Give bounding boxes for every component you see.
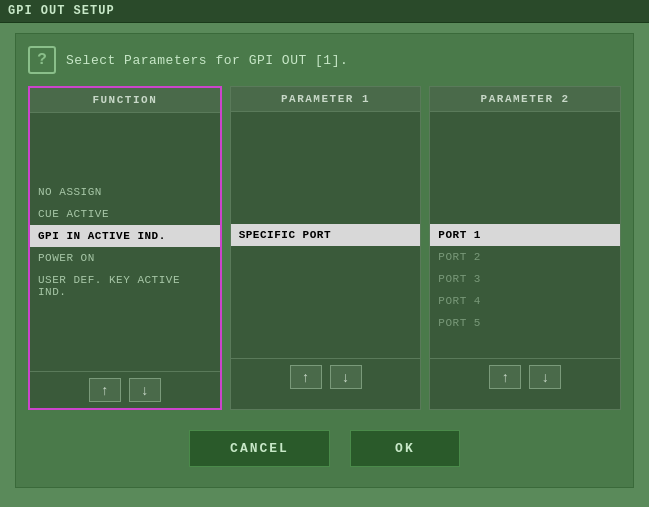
bottom-buttons: CANCEL OK — [28, 422, 621, 475]
title-text: GPI OUT SETUP — [8, 4, 115, 18]
list-item — [231, 136, 421, 158]
list-item[interactable]: PORT 3 — [430, 268, 620, 290]
scroll-up-function[interactable]: ↑ — [89, 378, 121, 402]
column-footer-function: ↑↓ — [30, 371, 220, 408]
scroll-down-parameter2[interactable]: ↓ — [529, 365, 561, 389]
scroll-up-parameter2[interactable]: ↑ — [489, 365, 521, 389]
column-header-function: FUNCTION — [30, 88, 220, 113]
question-icon: ? — [28, 46, 56, 74]
list-item — [231, 334, 421, 356]
list-item — [30, 137, 220, 159]
column-footer-parameter1: ↑↓ — [231, 358, 421, 395]
columns-container: FUNCTIONNO ASSIGNCUE ACTIVEGPI IN ACTIVE… — [28, 86, 621, 410]
list-item — [231, 158, 421, 180]
list-item — [231, 312, 421, 334]
list-item — [231, 268, 421, 290]
header-text: Select Parameters for GPI OUT [1]. — [66, 53, 348, 68]
column-header-parameter2: PARAMETER 2 — [430, 87, 620, 112]
list-item — [430, 158, 620, 180]
list-item[interactable]: POWER ON — [30, 247, 220, 269]
ok-button[interactable]: OK — [350, 430, 460, 467]
list-item[interactable]: CUE ACTIVE — [30, 203, 220, 225]
list-item[interactable]: NO ASSIGN — [30, 181, 220, 203]
list-item — [430, 334, 620, 356]
column-parameter1: PARAMETER 1SPECIFIC PORT↑↓ — [230, 86, 422, 410]
list-item[interactable]: SPECIFIC PORT — [231, 224, 421, 246]
column-header-parameter1: PARAMETER 1 — [231, 87, 421, 112]
list-item — [231, 290, 421, 312]
column-items-parameter2: PORT 1PORT 2PORT 3PORT 4PORT 5 — [430, 112, 620, 358]
column-parameter2: PARAMETER 2PORT 1PORT 2PORT 3PORT 4PORT … — [429, 86, 621, 410]
column-items-parameter1: SPECIFIC PORT — [231, 112, 421, 358]
list-item — [231, 114, 421, 136]
column-items-function: NO ASSIGNCUE ACTIVEGPI IN ACTIVE IND.POW… — [30, 113, 220, 371]
list-item — [30, 159, 220, 181]
list-item[interactable]: PORT 1 — [430, 224, 620, 246]
title-bar: GPI OUT SETUP — [0, 0, 649, 23]
list-item — [231, 246, 421, 268]
scroll-down-function[interactable]: ↓ — [129, 378, 161, 402]
list-item[interactable]: USER DEF. KEY ACTIVE IND. — [30, 269, 220, 303]
column-function: FUNCTIONNO ASSIGNCUE ACTIVEGPI IN ACTIVE… — [28, 86, 222, 410]
list-item — [30, 347, 220, 369]
list-item — [430, 114, 620, 136]
column-footer-parameter2: ↑↓ — [430, 358, 620, 395]
list-item[interactable]: PORT 2 — [430, 246, 620, 268]
list-item — [430, 180, 620, 202]
list-item — [30, 115, 220, 137]
list-item — [430, 136, 620, 158]
header-row: ? Select Parameters for GPI OUT [1]. — [28, 46, 621, 74]
list-item[interactable]: PORT 5 — [430, 312, 620, 334]
list-item — [231, 202, 421, 224]
list-item — [30, 303, 220, 325]
dialog: ? Select Parameters for GPI OUT [1]. FUN… — [15, 33, 634, 488]
list-item — [430, 202, 620, 224]
list-item[interactable]: GPI IN ACTIVE IND. — [30, 225, 220, 247]
list-item — [30, 325, 220, 347]
cancel-button[interactable]: CANCEL — [189, 430, 330, 467]
scroll-up-parameter1[interactable]: ↑ — [290, 365, 322, 389]
scroll-down-parameter1[interactable]: ↓ — [330, 365, 362, 389]
list-item[interactable]: PORT 4 — [430, 290, 620, 312]
list-item — [231, 180, 421, 202]
